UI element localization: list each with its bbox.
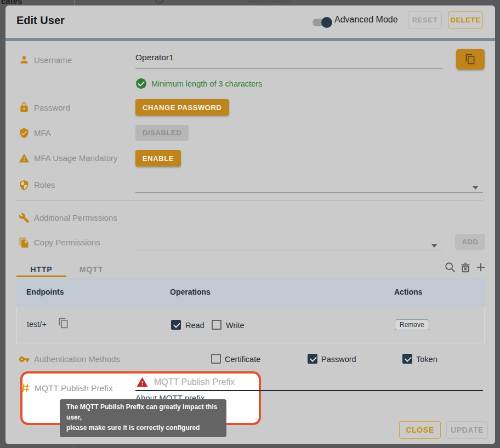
background-partial-text: cates (1, 0, 22, 5)
check-circle-icon (136, 78, 146, 89)
table-row: test/+ Read Write Remove (16, 307, 485, 343)
background-divider (73, 444, 73, 448)
hash-icon (20, 382, 31, 393)
permissions-table-header: Endpoints Operations Actions (16, 278, 485, 307)
endpoint-value: test/+ (27, 320, 47, 329)
error-warning-icon (135, 376, 149, 388)
additional-permissions-label: Additional Permissions (34, 213, 117, 222)
username-validation-message: Minimum length of 3 characters (151, 79, 262, 88)
warning-icon (19, 153, 30, 164)
mfa-status-button[interactable]: DISABLED (135, 125, 189, 141)
wrench-icon (19, 212, 30, 223)
roles-select[interactable] (135, 192, 483, 193)
auth-methods-label: Authentication Methods (34, 354, 120, 364)
delete-button[interactable]: DELETE (448, 12, 483, 28)
write-checkbox[interactable] (212, 320, 221, 330)
header-divider (5, 38, 495, 41)
copy-icon[interactable] (58, 318, 69, 329)
active-tab-indicator (16, 275, 66, 277)
mfa-mandatory-label: MFA Usage Mandatory (34, 153, 118, 163)
password-checkbox[interactable] (308, 354, 317, 364)
dialog-title: Edit User (16, 14, 65, 27)
lock-icon (19, 102, 30, 113)
search-icon[interactable] (444, 261, 456, 273)
background-divider (74, 0, 75, 5)
tooltip-line-1: The MQTT Publish Prefix can greatly impa… (66, 402, 220, 423)
username-input[interactable] (135, 53, 300, 62)
copy-permissions-label: Copy Permissions (34, 238, 100, 247)
certificate-checkbox[interactable] (211, 354, 221, 364)
tab-mqtt[interactable]: MQTT (66, 262, 116, 277)
background-dotted-line (248, 1, 291, 2)
remove-permission-button[interactable]: Remove (395, 319, 429, 330)
tab-http[interactable]: HTTP (16, 262, 66, 277)
copy-username-button[interactable] (456, 49, 485, 70)
token-checkbox[interactable] (402, 354, 412, 364)
section-divider (16, 200, 483, 201)
password-label: Password (34, 103, 70, 112)
write-checkbox-label: Write (226, 321, 245, 330)
person-icon (19, 54, 30, 65)
chevron-down-icon[interactable] (473, 186, 478, 189)
copy-permissions-select[interactable] (135, 250, 443, 250)
update-button[interactable]: UPDATE (446, 421, 488, 439)
clear-all-icon[interactable] (459, 261, 471, 273)
token-checkbox-label: Token (416, 355, 438, 364)
column-header-actions: Actions (394, 288, 422, 296)
mfa-label: MFA (34, 128, 51, 137)
mqtt-prefix-label: MQTT Publish Prefix (35, 383, 113, 393)
reset-button[interactable]: RESET (408, 12, 442, 28)
read-checkbox-label: Read (185, 321, 204, 330)
certificate-checkbox-label: Certificate (225, 355, 260, 364)
advanced-mode-toggle[interactable] (312, 19, 331, 26)
password-checkbox-label: Password (321, 355, 356, 364)
column-header-operations: Operations (170, 288, 211, 296)
advanced-mode-label: Advanced Mode (334, 15, 398, 25)
mqtt-prefix-input[interactable] (154, 377, 264, 387)
change-password-button[interactable]: CHANGE PASSWORD (135, 99, 229, 116)
chevron-down-icon[interactable] (431, 244, 437, 248)
copy-icon (465, 54, 476, 65)
read-checkbox[interactable] (171, 320, 181, 330)
mqtt-prefix-tooltip: The MQTT Publish Prefix can greatly impa… (60, 399, 226, 437)
roles-label: Roles (34, 180, 55, 189)
add-permissions-button[interactable]: ADD (455, 234, 485, 250)
clock-icon (155, 0, 163, 4)
username-underline (135, 68, 443, 68)
mfa-mandatory-enable-button[interactable]: ENABLE (135, 150, 181, 166)
shield-icon (19, 180, 30, 191)
toggle-thumb (321, 17, 332, 28)
shield-check-icon (19, 128, 30, 139)
mqtt-prefix-underline (135, 390, 483, 391)
username-label: Username (34, 55, 72, 65)
close-button[interactable]: CLOSE (399, 421, 441, 439)
edit-user-dialog: Edit User Advanced Mode RESET DELETE Use… (5, 5, 495, 444)
file-copy-icon (19, 237, 30, 248)
add-icon[interactable] (475, 261, 487, 273)
key-icon (19, 354, 30, 365)
tooltip-line-2: please make sure it is correctly configu… (66, 423, 220, 433)
column-header-endpoints: Endpoints (26, 288, 64, 296)
